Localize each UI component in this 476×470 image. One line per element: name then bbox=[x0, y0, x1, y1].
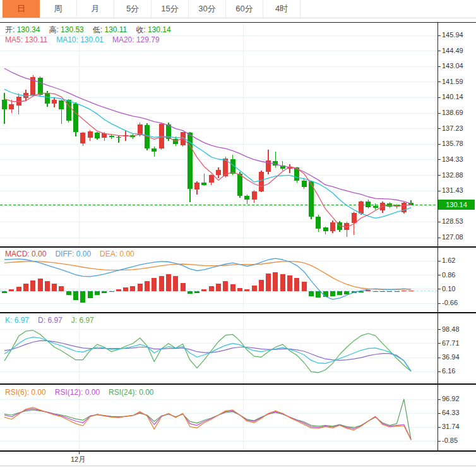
candle-body bbox=[116, 137, 121, 138]
k-line bbox=[4, 337, 411, 371]
macd-bar bbox=[302, 282, 307, 291]
candle-body bbox=[302, 181, 307, 187]
macd-bar bbox=[380, 291, 385, 292]
macd-bar bbox=[173, 276, 178, 291]
macd-bar bbox=[366, 290, 371, 291]
macd-bar bbox=[187, 291, 193, 294]
candle-body bbox=[159, 124, 164, 148]
macd-bar bbox=[273, 272, 278, 291]
candle-body bbox=[252, 191, 257, 200]
macd-bar bbox=[266, 274, 271, 291]
candle-body bbox=[352, 213, 357, 222]
d-line bbox=[4, 340, 411, 371]
macd-bar bbox=[408, 291, 414, 291]
candle-body bbox=[237, 174, 242, 196]
macd-bar bbox=[316, 291, 321, 298]
macd-bar bbox=[95, 291, 100, 295]
macd-bar bbox=[181, 283, 186, 291]
macd-bar bbox=[30, 280, 35, 291]
candle-body bbox=[52, 100, 57, 104]
macd-bar bbox=[201, 289, 206, 291]
macd-bar bbox=[244, 289, 249, 291]
macd-bar bbox=[395, 291, 400, 292]
macd-bar bbox=[59, 286, 64, 291]
macd-bar bbox=[294, 278, 299, 291]
rsi6-line bbox=[4, 407, 411, 440]
macd-bar bbox=[237, 288, 242, 291]
candle-body bbox=[244, 196, 249, 200]
candle-body bbox=[59, 100, 64, 109]
ma20-line bbox=[4, 68, 411, 203]
macd-bar bbox=[280, 274, 285, 291]
macd-bar bbox=[145, 281, 150, 291]
macd-bar bbox=[287, 275, 292, 291]
candle-body bbox=[9, 104, 14, 109]
candle-body bbox=[330, 222, 335, 231]
macd-bar bbox=[2, 291, 7, 294]
macd-bar bbox=[259, 280, 264, 291]
macd-bar bbox=[309, 291, 314, 296]
candle-body bbox=[38, 78, 43, 95]
macd-bar bbox=[344, 291, 349, 294]
macd-bar bbox=[23, 284, 28, 291]
macd-bar bbox=[66, 291, 71, 295]
macd-bar bbox=[387, 291, 392, 292]
candle-body bbox=[209, 175, 214, 183]
candle-body bbox=[366, 202, 371, 207]
macd-bar bbox=[116, 289, 121, 291]
macd-bar bbox=[80, 291, 85, 303]
macd-bar bbox=[230, 284, 235, 291]
candle-body bbox=[266, 160, 271, 172]
macd-bar bbox=[402, 291, 407, 291]
macd-bar bbox=[337, 291, 342, 295]
candle-body bbox=[109, 136, 114, 136]
macd-bar bbox=[88, 291, 93, 299]
macd-bar bbox=[209, 286, 214, 291]
candle-body bbox=[152, 148, 157, 152]
macd-bar bbox=[52, 284, 57, 291]
macd-bar bbox=[123, 287, 128, 291]
macd-bar bbox=[102, 291, 107, 294]
candle-body bbox=[216, 170, 221, 175]
macd-bar bbox=[373, 291, 378, 292]
ma10-line bbox=[4, 89, 411, 218]
candle-body bbox=[88, 131, 93, 138]
macd-bar bbox=[252, 286, 257, 291]
macd-bar bbox=[109, 291, 114, 292]
rsi24-line bbox=[4, 399, 411, 440]
macd-bar bbox=[130, 286, 135, 291]
candle-body bbox=[373, 206, 378, 208]
macd-bar bbox=[138, 284, 143, 291]
candle-body bbox=[45, 93, 50, 104]
candle-body bbox=[259, 172, 264, 191]
macd-bar bbox=[223, 281, 228, 291]
macd-bar bbox=[166, 274, 171, 291]
candle-body bbox=[201, 183, 206, 184]
macd-bar bbox=[216, 284, 221, 291]
macd-bar bbox=[73, 291, 78, 300]
macd-bar bbox=[45, 281, 50, 291]
candle-body bbox=[2, 100, 7, 109]
candle-body bbox=[323, 227, 328, 231]
trading-chart-app: 日周月5分15分30分60分4时 开: 130.34高: 130.53低: 13… bbox=[0, 0, 476, 470]
macd-bar bbox=[194, 291, 199, 294]
macd-bar bbox=[159, 276, 164, 291]
candle-body bbox=[359, 202, 364, 214]
candle-body bbox=[80, 133, 85, 143]
macd-bar bbox=[152, 278, 157, 291]
macd-bar bbox=[16, 287, 21, 291]
candle-body bbox=[73, 104, 78, 133]
chart-canvas[interactable] bbox=[0, 0, 476, 470]
candle-body bbox=[316, 217, 321, 229]
candle-body bbox=[95, 133, 100, 138]
macd-bar bbox=[9, 289, 14, 291]
macd-bar bbox=[330, 291, 335, 296]
macd-bar bbox=[38, 279, 43, 291]
candle-body bbox=[194, 183, 199, 190]
j-line bbox=[4, 330, 411, 373]
